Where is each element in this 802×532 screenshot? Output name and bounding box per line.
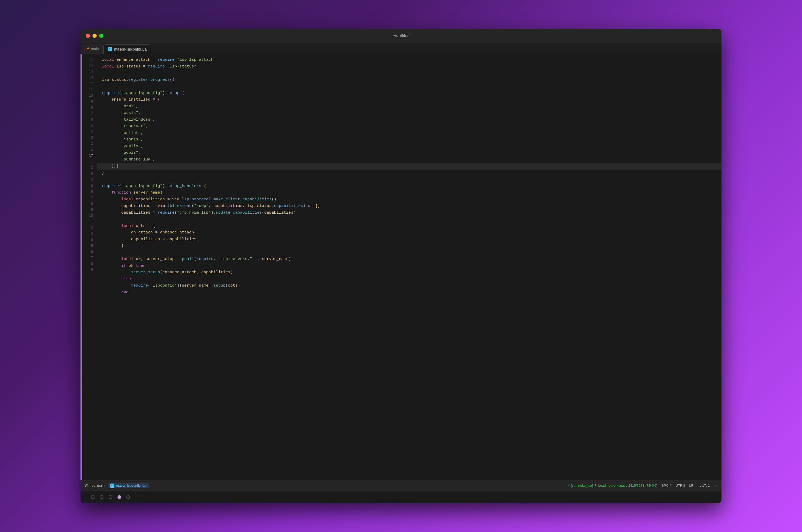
line-numbers: 16 15 14 13 12 11 10 9 8 7 6 5 4 3 2 1 1: [81, 54, 97, 480]
window-title: ~/dotfiles: [393, 33, 409, 38]
code-line: }: [97, 170, 722, 176]
code-line: "tailwindcss",: [97, 116, 722, 123]
code-line: "eslint",: [97, 130, 722, 136]
editor-body: 16 15 14 13 12 11 10 9 8 7 6 5 4 3 2 1 1: [80, 54, 722, 480]
code-line: "cssls",: [97, 110, 722, 116]
code-line: "gopls",: [97, 150, 722, 156]
code-lines: local enhance_attach = require "lsp.lsp_…: [97, 54, 722, 480]
code-line: local enhance_attach = require "lsp.lsp_…: [97, 57, 722, 63]
code-line: require("lspconfig")[server_name].setup(…: [97, 282, 722, 289]
code-line: [97, 249, 722, 256]
terminal-icon: ⊙: [85, 483, 89, 489]
code-line: server_setup(enhance_attach, capabilitie…: [97, 269, 722, 276]
close-button[interactable]: [86, 34, 90, 38]
minimize-button[interactable]: [93, 34, 97, 38]
code-line: ensure_installed = {: [97, 96, 722, 103]
file-lua-icon: ☾: [110, 483, 114, 488]
status-left: ⊙ ⎇ main ☾ mason-lspconfig.lua: [85, 483, 149, 489]
code-line: "sumneko_lua",: [97, 156, 722, 163]
code-line: [97, 176, 722, 183]
dot-1: [91, 495, 95, 499]
lua-icon: ☾: [108, 47, 112, 51]
dot-2: [100, 495, 103, 499]
lsp-status: ✓ [sumneko_lua] ⋮ Loading workspace 2415…: [567, 483, 657, 488]
code-line: capabilities = require("cmp_nvim_lsp").u…: [97, 209, 722, 216]
traffic-lights: [86, 34, 103, 38]
code-line: [97, 70, 722, 77]
tab-git[interactable]: ⎇ main: [81, 44, 103, 54]
dot-4-active: [117, 495, 121, 499]
tab-bar: ⎇ main ☾ mason-lspconfig.lua: [80, 42, 722, 54]
code-line: end: [97, 289, 722, 296]
code-line: local opts = {: [97, 223, 722, 229]
git-branch-icon: ⎇: [92, 483, 96, 488]
code-line: "yamlls",: [97, 143, 722, 150]
code-line: else: [97, 276, 722, 283]
status-git[interactable]: ⎇ main: [92, 483, 104, 488]
titlebar: ~/dotfiles: [80, 29, 722, 42]
tab-git-label: main: [91, 47, 99, 51]
code-line: "jsonls",: [97, 136, 722, 143]
tab-file[interactable]: ☾ mason-lspconfig.lua: [103, 44, 151, 54]
code-line: local ok, server_setup = pcall(require, …: [97, 256, 722, 263]
content-area: ⎇ main ☾ mason-lspconfig.lua 16 15 14 13…: [80, 42, 722, 491]
code-line: function(server_name): [97, 189, 722, 196]
code-line: if ok then: [97, 263, 722, 269]
dot-3: [109, 495, 112, 499]
position-info: ⌥ 17: 1: [697, 483, 710, 488]
dot-5: [126, 495, 130, 499]
line-ending-info: LF: [689, 483, 693, 488]
status-bar: ⊙ ⎇ main ☾ mason-lspconfig.lua ✓ [sumnek…: [80, 480, 722, 491]
code-line: require("mason-lspconfig").setup_handler…: [97, 183, 722, 190]
code-line: "tsserver",: [97, 123, 722, 130]
code-line: local capabilities = vim.lsp.protocol.ma…: [97, 196, 722, 203]
code-line: on_attach = enhance_attach,: [97, 229, 722, 236]
code-line: local lsp_status = require "lsp-status": [97, 63, 722, 70]
code-line: "html",: [97, 103, 722, 110]
encoding-info: UTF-8: [675, 483, 685, 488]
code-line: }: [97, 243, 722, 249]
status-right: ✓ [sumneko_lua] ⋮ Loading workspace 2415…: [567, 483, 717, 488]
tab-file-label: mason-lspconfig.lua: [114, 47, 147, 51]
status-file-name: mason-lspconfig.lua: [116, 483, 146, 488]
code-line: require("mason-lspconfig").setup {: [97, 90, 722, 97]
spacing-info: SPC:4: [662, 483, 671, 488]
code-line: lsp_status.register_progress(): [97, 77, 722, 83]
status-file[interactable]: ☾ mason-lspconfig.lua: [108, 483, 149, 488]
code-line: [97, 216, 722, 223]
maximize-button[interactable]: [99, 34, 103, 38]
code-line: capabilities = capabilities,: [97, 236, 722, 243]
code-line: capabilities = vim.tbl_extend("keep", ca…: [97, 203, 722, 209]
code-line: [97, 83, 722, 90]
editor-content[interactable]: 16 15 14 13 12 11 10 9 8 7 6 5 4 3 2 1 1: [81, 54, 722, 480]
extra-info: ↔: [714, 483, 717, 488]
git-icon: ⎇: [85, 47, 89, 51]
git-branch-name: main: [97, 483, 104, 488]
editor-window: ~/dotfiles ⎇ main ☾ mason-lspconfig.lua …: [80, 29, 722, 503]
code-line-current: },: [97, 163, 722, 170]
bottom-bar: [80, 491, 722, 503]
